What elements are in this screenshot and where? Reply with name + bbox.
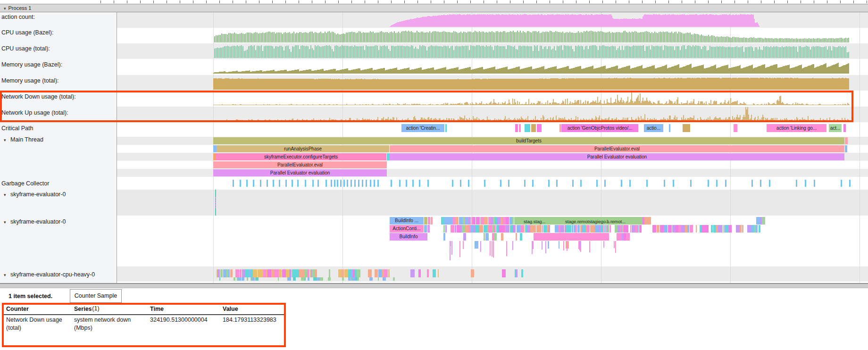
cpu-heavy-segment[interactable] (312, 269, 315, 277)
skyframe2-segment[interactable] (485, 233, 489, 241)
gc-tick[interactable] (297, 180, 299, 187)
skyframe2-segment[interactable] (626, 233, 630, 241)
gc-tick[interactable] (337, 180, 338, 187)
cpu-heavy-subtick[interactable] (255, 277, 259, 281)
cpu-heavy-subtick[interactable] (293, 277, 296, 281)
cpu-heavy-subtick[interactable] (278, 277, 279, 281)
cpu-heavy-segment[interactable] (344, 269, 348, 277)
skyframe2-segment[interactable] (608, 225, 609, 233)
skyframe2-segment[interactable] (696, 225, 697, 233)
gc-tick[interactable] (399, 180, 401, 187)
gc-tick[interactable] (708, 180, 709, 187)
gc-tick[interactable] (629, 180, 631, 187)
skyframe2-segment[interactable] (484, 225, 487, 233)
skyframe2-span[interactable]: ActionConti... (390, 225, 424, 233)
critical-path-block[interactable]: action 'GenObjcProtos video/... (561, 124, 638, 132)
gc-tick[interactable] (253, 180, 254, 187)
cpu-heavy-segment[interactable] (427, 269, 429, 277)
gc-tick[interactable] (468, 180, 469, 187)
skyframe2-segment[interactable] (723, 225, 724, 233)
gc-tick[interactable] (500, 180, 501, 187)
skyframe2-segment[interactable] (736, 225, 740, 233)
sidebar-track-skyframe-evaluator-0[interactable]: ▾skyframe-evaluator-0 (0, 218, 116, 225)
skyframe2-span[interactable] (534, 233, 609, 241)
critical-path-block[interactable] (537, 124, 542, 132)
cpu-heavy-segment[interactable] (235, 269, 239, 277)
critical-path-block[interactable] (559, 124, 561, 132)
gc-tick[interactable] (805, 180, 806, 187)
gc-tick[interactable] (849, 180, 851, 187)
cpu-heavy-segment[interactable] (307, 269, 309, 277)
skyframe2-segment[interactable] (512, 217, 514, 225)
cpu-heavy-segment[interactable] (414, 269, 415, 277)
gc-tick[interactable] (343, 180, 345, 187)
cpu-heavy-segment[interactable] (254, 269, 257, 277)
critical-path-block[interactable] (843, 124, 846, 132)
skyframe2-segment[interactable] (747, 225, 751, 233)
gc-tick[interactable] (716, 180, 718, 187)
skyframe2-segment[interactable] (473, 217, 476, 225)
collapse-arrow-icon[interactable]: ▾ (4, 6, 6, 11)
sidebar-track-memory-usage-bazel[interactable]: Memory usage (Bazel): (0, 61, 116, 68)
gc-tick[interactable] (347, 180, 348, 187)
gc-tick[interactable] (374, 180, 375, 187)
skyframe2-segment[interactable] (603, 225, 604, 233)
skyframe2-segment[interactable] (536, 225, 540, 233)
skyframe2-segment[interactable] (681, 225, 685, 233)
cpu-heavy-subtick[interactable] (383, 277, 386, 281)
gc-tick[interactable] (279, 180, 280, 187)
gc-tick[interactable] (260, 180, 261, 187)
cpu-heavy-segment[interactable] (242, 269, 245, 277)
gc-tick[interactable] (246, 180, 248, 187)
cpu-heavy-segment[interactable] (410, 269, 414, 277)
gc-tick[interactable] (419, 180, 420, 187)
gc-tick[interactable] (412, 180, 414, 187)
cpu-heavy-segment[interactable] (375, 269, 378, 277)
cpu-heavy-segment[interactable] (228, 269, 230, 277)
gc-tick[interactable] (305, 180, 306, 187)
skyframe2-segment[interactable] (517, 225, 520, 233)
cpu-heavy-segment[interactable] (223, 269, 226, 277)
cpu-heavy-subtick[interactable] (351, 277, 355, 281)
skyframe2-segment[interactable] (506, 225, 509, 233)
cpu-heavy-segment[interactable] (245, 269, 249, 277)
sidebar-track-action-count[interactable]: action count: (0, 14, 116, 20)
counter-chart-cpu-usage-total-[interactable] (0, 43, 868, 58)
gc-tick[interactable] (366, 180, 367, 187)
skyframe2-segment[interactable] (576, 225, 577, 233)
gc-tick[interactable] (604, 180, 606, 187)
skyframe2-segment[interactable] (651, 217, 651, 225)
skyframe2-segment[interactable] (467, 217, 471, 225)
cpu-heavy-segment[interactable] (516, 269, 517, 277)
counter-chart-cpu-usage-bazel-[interactable] (0, 28, 868, 43)
skyframe2-green-span[interactable]: stag.stag...stage.remotstagiego...b.remo… (515, 217, 643, 225)
skyframe2-segment[interactable] (443, 233, 445, 241)
critical-path-block[interactable]: action 'Linking go... (767, 124, 826, 132)
critical-path-block[interactable] (683, 124, 690, 132)
gc-tick[interactable] (427, 180, 429, 187)
gc-tick[interactable] (391, 180, 392, 187)
gc-tick[interactable] (351, 180, 352, 187)
skyframe2-segment[interactable] (549, 225, 550, 233)
skyframe2-segment[interactable] (514, 225, 516, 233)
main-thread-span[interactable]: runAnalysisPhase (217, 145, 389, 152)
gc-tick[interactable] (267, 180, 268, 187)
cpu-heavy-subtick[interactable] (305, 277, 306, 281)
skyframe2-segment[interactable] (690, 225, 693, 233)
skyframe2-segment[interactable] (523, 225, 525, 233)
skyframe2-segment[interactable] (654, 225, 656, 233)
gc-tick[interactable] (524, 180, 526, 187)
skyframe2-segment[interactable] (765, 217, 765, 225)
gc-tick[interactable] (370, 180, 371, 187)
cpu-heavy-segment[interactable] (378, 269, 382, 277)
panel-splitter[interactable] (0, 283, 868, 288)
gc-tick[interactable] (664, 180, 665, 187)
skyframe2-segment[interactable] (455, 225, 456, 233)
main-thread-span[interactable] (845, 137, 848, 144)
skyframe2-segment[interactable] (494, 233, 497, 241)
skyframe2-segment[interactable] (664, 225, 668, 233)
skyframe2-span[interactable]: BuildInfo (390, 233, 427, 241)
collapse-arrow-icon[interactable]: ▾ (0, 273, 10, 277)
gc-tick[interactable] (334, 180, 335, 187)
gc-tick[interactable] (556, 180, 558, 187)
